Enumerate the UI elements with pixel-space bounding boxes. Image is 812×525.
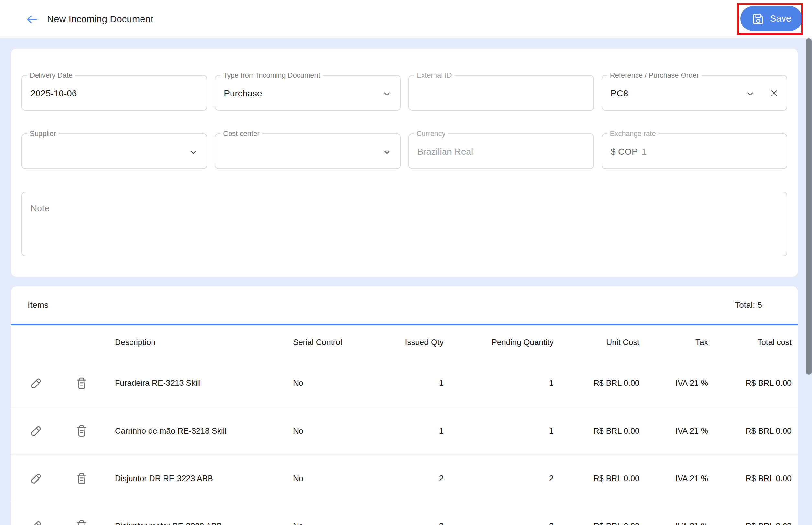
item-unit-cost: R$ BRL 0.00 — [553, 378, 639, 388]
exchange-rate-field[interactable]: Exchange rate $ COP 1 — [602, 133, 787, 169]
document-form-card: Delivery Date 2025-10-06 Type from Incom… — [11, 48, 798, 277]
pencil-icon — [29, 376, 43, 390]
chevron-down-icon[interactable] — [382, 89, 392, 99]
back-button[interactable] — [25, 12, 39, 27]
external-id-field[interactable]: External ID — [408, 75, 594, 111]
col-unit-cost: Unit Cost — [553, 338, 639, 347]
reference-label: Reference / Purchase Order — [607, 71, 702, 80]
delete-item-button[interactable] — [73, 517, 91, 525]
vertical-scrollbar-thumb[interactable] — [806, 38, 812, 375]
edit-item-button[interactable] — [27, 374, 45, 392]
cost-center-select[interactable]: Cost center — [215, 133, 400, 169]
currency-placeholder: Brazilian Real — [417, 147, 473, 157]
delete-item-button[interactable] — [73, 374, 91, 392]
pencil-icon — [29, 471, 43, 485]
table-row: Disjuntor motor RE-3220 ABB No 2 2 R$ BR… — [11, 502, 798, 525]
items-total-count: Total: 5 — [735, 300, 762, 310]
note-textarea[interactable]: Note — [21, 192, 787, 256]
edit-item-button[interactable] — [27, 517, 45, 525]
clear-reference-button[interactable] — [769, 88, 780, 99]
item-pending-qty: 1 — [444, 426, 553, 436]
items-table-header: Description Serial Control Issued Qty Pe… — [11, 325, 798, 359]
chevron-down-icon[interactable] — [189, 147, 198, 157]
item-total-cost: R$ BRL 0.00 — [708, 378, 792, 388]
save-icon — [751, 12, 765, 26]
pencil-icon — [29, 424, 43, 438]
exchange-rate-label: Exchange rate — [607, 130, 659, 138]
supplier-label: Supplier — [27, 130, 59, 138]
cost-center-label: Cost center — [221, 130, 262, 138]
currency-field[interactable]: Currency Brazilian Real — [408, 133, 594, 169]
col-serial-control: Serial Control — [290, 338, 387, 347]
item-unit-cost: R$ BRL 0.00 — [553, 474, 639, 483]
app-header: New Incoming Document Save — [0, 0, 812, 38]
type-value: Purchase — [224, 88, 262, 99]
chevron-down-icon[interactable] — [382, 147, 392, 157]
item-issued-qty: 1 — [387, 378, 444, 388]
col-pending-quantity: Pending Quantity — [444, 338, 553, 347]
item-issued-qty: 2 — [387, 522, 444, 525]
trash-icon — [74, 471, 89, 485]
exchange-rate-value: 1 — [642, 147, 647, 157]
item-pending-qty: 2 — [444, 522, 553, 525]
reference-select[interactable]: Reference / Purchase Order PC8 — [602, 75, 787, 111]
item-tax: IVA 21 % — [639, 522, 708, 525]
item-tax: IVA 21 % — [639, 474, 708, 483]
item-unit-cost: R$ BRL 0.00 — [553, 522, 639, 525]
item-pending-qty: 1 — [444, 378, 553, 388]
item-description: Carrinho de mão RE-3218 Skill — [102, 426, 290, 436]
item-description: Disjuntor DR RE-3223 ABB — [102, 474, 290, 483]
item-serial-control: No — [290, 378, 387, 388]
trash-icon — [74, 376, 89, 390]
item-unit-cost: R$ BRL 0.00 — [553, 426, 639, 436]
item-description: Furadeira RE-3213 Skill — [102, 378, 290, 388]
save-button[interactable]: Save — [740, 6, 802, 31]
trash-icon — [74, 424, 89, 438]
external-id-label: External ID — [414, 71, 455, 80]
item-tax: IVA 21 % — [639, 426, 708, 436]
arrow-left-icon — [25, 13, 38, 26]
delivery-date-label: Delivery Date — [27, 71, 75, 80]
item-pending-qty: 2 — [444, 474, 553, 483]
delete-item-button[interactable] — [73, 469, 91, 487]
col-total-cost: Total cost — [708, 338, 792, 347]
x-mark-icon — [769, 88, 779, 99]
item-total-cost: R$ BRL 0.00 — [708, 522, 792, 525]
delivery-date-field[interactable]: Delivery Date 2025-10-06 — [21, 75, 207, 111]
item-total-cost: R$ BRL 0.00 — [708, 426, 792, 436]
reference-value: PC8 — [610, 88, 628, 99]
currency-label: Currency — [414, 130, 448, 138]
col-issued-qty: Issued Qty — [387, 338, 444, 347]
col-description: Description — [102, 338, 290, 347]
item-tax: IVA 21 % — [639, 378, 708, 388]
type-select[interactable]: Type from Incoming Document Purchase — [215, 75, 400, 111]
table-row: Disjuntor DR RE-3223 ABB No 2 2 R$ BRL 0… — [11, 454, 798, 502]
items-card: Items Total: 5 Description Serial Contro… — [11, 286, 798, 525]
item-serial-control: No — [290, 426, 387, 436]
pencil-icon — [29, 519, 43, 525]
exchange-rate-prefix: $ COP — [610, 147, 638, 157]
items-section-title: Items — [28, 300, 48, 310]
type-label: Type from Incoming Document — [221, 71, 323, 80]
item-issued-qty: 1 — [387, 426, 444, 436]
item-issued-qty: 2 — [387, 474, 444, 483]
item-serial-control: No — [290, 522, 387, 525]
edit-item-button[interactable] — [27, 469, 45, 487]
item-total-cost: R$ BRL 0.00 — [708, 474, 792, 483]
col-tax: Tax — [639, 338, 708, 347]
supplier-select[interactable]: Supplier — [21, 133, 207, 169]
item-description: Disjuntor motor RE-3220 ABB — [102, 522, 290, 525]
table-row: Carrinho de mão RE-3218 Skill No 1 1 R$ … — [11, 407, 798, 454]
chevron-down-icon[interactable] — [745, 89, 755, 99]
page-title: New Incoming Document — [47, 0, 153, 38]
trash-icon — [74, 519, 89, 525]
table-row: Furadeira RE-3213 Skill No 1 1 R$ BRL 0.… — [11, 359, 798, 407]
save-button-label: Save — [770, 13, 791, 24]
note-placeholder: Note — [30, 203, 49, 214]
delete-item-button[interactable] — [73, 422, 91, 440]
delivery-date-value: 2025-10-06 — [30, 88, 77, 99]
edit-item-button[interactable] — [27, 422, 45, 440]
item-serial-control: No — [290, 474, 387, 483]
